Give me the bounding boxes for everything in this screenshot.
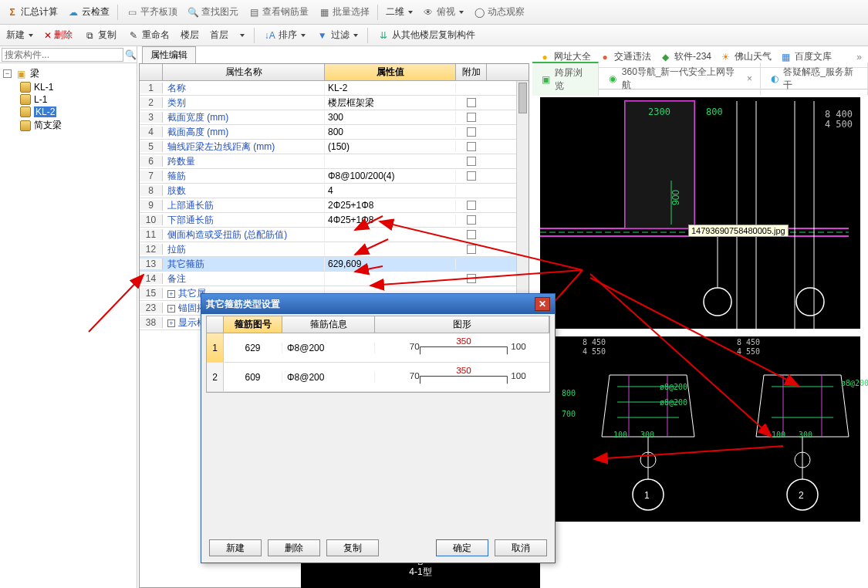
dlg-btn-copy[interactable]: 复制 bbox=[326, 539, 379, 556]
stirrup-shape: 70350100 bbox=[375, 363, 549, 391]
dlg-btn-new[interactable]: 新建 bbox=[209, 539, 262, 556]
dlg-hdr-num bbox=[207, 316, 224, 333]
row-number: 1 bbox=[207, 333, 224, 362]
stirrup-code[interactable]: 629 bbox=[224, 343, 282, 353]
row-number: 2 bbox=[207, 363, 224, 391]
svg-text:100: 100 bbox=[511, 341, 526, 351]
svg-line-53 bbox=[355, 239, 388, 255]
svg-line-54 bbox=[355, 266, 383, 272]
svg-line-51 bbox=[89, 275, 144, 332]
stirrup-code[interactable]: 609 bbox=[224, 372, 282, 383]
dlg-hdr-info[interactable]: 箍筋信息 bbox=[282, 316, 375, 333]
dialog-body: 箍筋图号 箍筋信息 图形 1629Φ8@200703501002609Φ8@20… bbox=[201, 314, 555, 394]
svg-text:100: 100 bbox=[511, 370, 526, 380]
stirrup-shape: 70350100 bbox=[375, 333, 549, 362]
svg-text:350: 350 bbox=[456, 336, 471, 346]
stirrup-row[interactable]: 2609Φ8@20070350100 bbox=[207, 363, 549, 392]
dlg-btn-ok[interactable]: 确定 bbox=[436, 539, 488, 556]
svg-line-59 bbox=[594, 446, 783, 459]
svg-line-61 bbox=[590, 278, 799, 386]
dialog-title: 其它箍筋类型设置 bbox=[206, 298, 280, 311]
dlg-hdr-shape[interactable]: 图形 bbox=[375, 316, 549, 333]
dlg-btn-cancel[interactable]: 取消 bbox=[495, 539, 547, 556]
close-icon[interactable]: ✕ bbox=[535, 297, 550, 311]
stirrup-info[interactable]: Φ8@200 bbox=[282, 343, 375, 353]
dialog-grid: 箍筋图号 箍筋信息 图形 1629Φ8@200703501002609Φ8@20… bbox=[206, 316, 550, 393]
stirrup-type-dialog: 其它箍筋类型设置 ✕ 箍筋图号 箍筋信息 图形 1629Φ8@200703501… bbox=[201, 293, 556, 563]
dlg-btn-delete[interactable]: 删除 bbox=[268, 539, 320, 556]
dialog-grid-header: 箍筋图号 箍筋信息 图形 bbox=[207, 316, 549, 333]
svg-text:70: 70 bbox=[410, 370, 420, 380]
svg-line-55 bbox=[380, 221, 583, 270]
dialog-titlebar[interactable]: 其它箍筋类型设置 ✕ bbox=[201, 294, 555, 314]
stirrup-row[interactable]: 1629Φ8@20070350100 bbox=[207, 333, 549, 363]
dialog-buttons: 新建 删除 复制 确定 取消 bbox=[201, 539, 555, 556]
svg-text:350: 350 bbox=[456, 365, 471, 375]
svg-text:70: 70 bbox=[410, 341, 420, 351]
svg-line-52 bbox=[355, 216, 383, 230]
svg-line-60 bbox=[590, 274, 772, 437]
stirrup-info[interactable]: Φ8@200 bbox=[282, 372, 375, 383]
dlg-hdr-code[interactable]: 箍筋图号 bbox=[224, 316, 282, 333]
svg-line-56 bbox=[370, 270, 583, 286]
